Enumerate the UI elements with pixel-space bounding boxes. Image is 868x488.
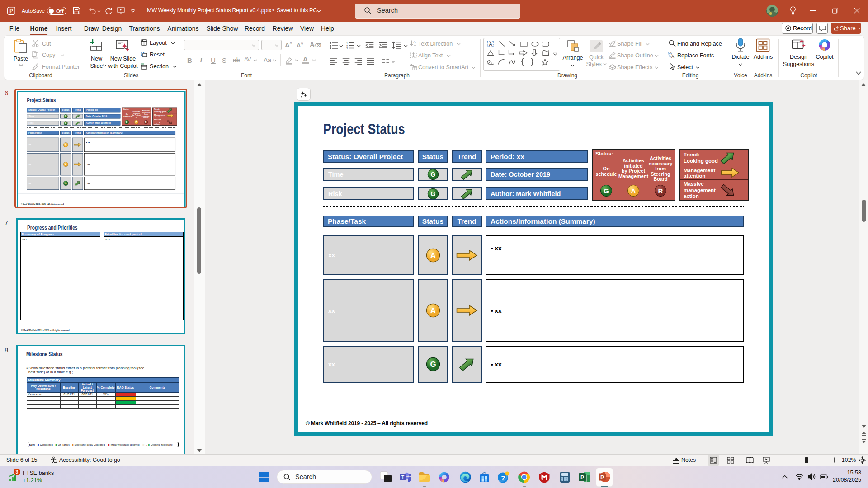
svg-text:A: A — [631, 187, 636, 195]
svg-text:T: T — [401, 475, 404, 480]
svg-text:G: G — [65, 115, 66, 117]
svg-text:G: G — [65, 122, 66, 124]
svg-text:A: A — [671, 54, 674, 59]
svg-text:P: P — [580, 474, 584, 481]
svg-text:G: G — [430, 171, 435, 178]
svg-text:G: G — [430, 360, 436, 369]
svg-text:R: R — [658, 187, 663, 195]
svg-text:3: 3 — [346, 47, 348, 49]
svg-text:R: R — [145, 121, 147, 123]
svg-text:A: A — [430, 251, 435, 260]
svg-text:G: G — [430, 190, 435, 197]
svg-text:A: A — [136, 121, 137, 123]
svg-text:A: A — [413, 40, 416, 44]
svg-text:G: G — [126, 121, 128, 123]
svg-text:A: A — [430, 306, 435, 315]
svg-text:?: ? — [501, 474, 505, 482]
svg-text:P: P — [600, 474, 604, 481]
svg-text:G: G — [604, 187, 609, 195]
svg-text:P: P — [9, 8, 13, 14]
svg-text:A: A — [489, 42, 492, 47]
svg-text:G: G — [65, 182, 67, 185]
